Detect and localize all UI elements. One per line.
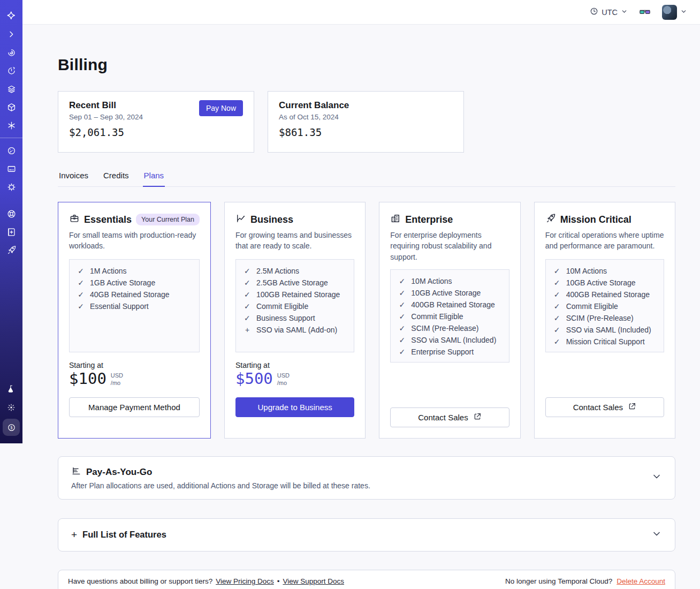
pay-now-button[interactable]: Pay Now <box>199 100 243 116</box>
plan-title: Business <box>250 214 293 225</box>
feature-text: SCIM (Pre-Release) <box>566 314 634 322</box>
feature-text: Enterprise Support <box>411 348 474 356</box>
price-block: Starting at $500 USD/mo <box>235 361 354 391</box>
feature-text: 2.5M Actions <box>256 267 299 275</box>
feature-text: Commit Eligible <box>411 312 463 321</box>
check-icon: ✓ <box>244 302 251 311</box>
price-amount: $100 <box>69 371 106 388</box>
current-plan-badge: Your Current Plan <box>136 214 200 225</box>
feature-text: 1GB Active Storage <box>90 278 155 287</box>
contact-sales-label: Contact Sales <box>573 403 623 412</box>
sidebar-divider <box>0 138 22 138</box>
check-icon: ✓ <box>244 278 251 287</box>
price-period: /mo <box>111 380 123 387</box>
expand-chevron-icon[interactable] <box>0 25 22 43</box>
price-currency: USD <box>111 372 123 380</box>
page-title: Billing <box>58 56 675 74</box>
cube-icon[interactable] <box>0 98 22 116</box>
billing-dollar-icon[interactable]: $ <box>3 419 20 436</box>
layers-icon[interactable] <box>0 80 22 98</box>
pricing-docs-link[interactable]: View Pricing Docs <box>216 577 274 585</box>
app-root: $ UTC Billing <box>0 0 700 589</box>
tab-invoices[interactable]: Invoices <box>58 168 89 187</box>
feature-text: Commit Eligible <box>566 302 618 311</box>
chevron-down-icon[interactable] <box>651 528 662 541</box>
plan-card-mission-critical: Mission Critical For critical operations… <box>534 202 675 439</box>
price-spacer <box>545 361 664 391</box>
plan-description: For growing teams and businesses that ar… <box>235 230 354 252</box>
rocket-icon[interactable] <box>0 241 22 259</box>
glasses-icon[interactable] <box>638 6 651 18</box>
check-icon: ✓ <box>553 278 561 287</box>
delete-account-link[interactable]: Delete Account <box>617 577 665 585</box>
gauge-icon[interactable] <box>0 141 22 160</box>
footer-separator: • <box>277 577 280 585</box>
external-link-icon <box>628 402 636 412</box>
check-icon: ✓ <box>553 337 561 346</box>
feature-item: ✓1M Actions <box>77 267 192 278</box>
current-balance-title: Current Balance <box>279 100 453 111</box>
feature-list: ✓1M Actions ✓1GB Active Storage ✓40GB Re… <box>69 259 200 352</box>
asterisk-icon[interactable] <box>0 116 22 134</box>
feature-item: +SSO via SAML (Add-on) <box>244 326 346 337</box>
timezone-selector[interactable]: UTC <box>590 7 628 17</box>
plans-grid: Essentials Your Current Plan For small t… <box>58 202 675 439</box>
feature-text: Essential Support <box>90 302 149 311</box>
timer-icon[interactable] <box>0 62 22 80</box>
tab-plans[interactable]: Plans <box>143 168 165 187</box>
support-docs-link[interactable]: View Support Docs <box>283 577 344 585</box>
sun-theme-icon[interactable] <box>0 398 22 417</box>
feature-item: ✓Mission Critical Support <box>553 337 656 349</box>
svg-text:$: $ <box>10 425 13 430</box>
manage-payment-button[interactable]: Manage Payment Method <box>69 397 200 417</box>
upgrade-button[interactable]: Upgrade to Business <box>235 397 354 417</box>
price-amount: $500 <box>235 371 273 388</box>
plus-icon: + <box>71 529 77 541</box>
feature-text: 100GB Retained Storage <box>256 290 340 299</box>
buildings-icon <box>390 213 401 226</box>
spiral-icon[interactable] <box>0 43 22 62</box>
briefcase-icon <box>69 213 80 226</box>
feature-item: ✓SSO via SAML (Included) <box>398 336 501 348</box>
feature-text: Mission Critical Support <box>566 337 645 346</box>
recent-bill-title: Recent Bill <box>69 100 143 111</box>
feature-item: ✓SCIM (Pre-Release) <box>553 314 656 326</box>
feature-text: 10GB Active Storage <box>411 289 481 297</box>
account-menu[interactable] <box>662 5 687 20</box>
life-ring-icon[interactable] <box>0 205 22 223</box>
feature-text: 1M Actions <box>90 267 126 275</box>
contact-sales-button[interactable]: Contact Sales <box>390 407 509 427</box>
flask-icon[interactable] <box>0 380 22 398</box>
credit-card-icon[interactable] <box>0 160 22 178</box>
feature-item: ✓Commit Eligible <box>398 312 501 324</box>
rocket-icon <box>545 213 556 226</box>
temporal-logo-icon[interactable] <box>0 7 22 25</box>
check-icon: ✓ <box>553 290 561 299</box>
feature-item: ✓2.5M Actions <box>244 267 346 278</box>
docs-book-icon[interactable] <box>0 223 22 241</box>
feature-text: Commit Eligible <box>256 302 308 311</box>
topbar: UTC <box>22 0 700 25</box>
gear-icon[interactable] <box>0 178 22 196</box>
feature-text: 400GB Retained Storage <box>566 290 650 299</box>
full-features-accordion[interactable]: + Full List of Features <box>58 518 675 552</box>
feature-item: ✓40GB Retained Storage <box>77 290 192 302</box>
line-chart-icon <box>235 213 246 226</box>
price-period: /mo <box>277 380 290 387</box>
feature-item: ✓2.5GB Active Storage <box>244 278 346 290</box>
feature-text: 40GB Retained Storage <box>90 290 170 299</box>
feature-item: ✓10M Actions <box>398 277 501 289</box>
tab-credits[interactable]: Credits <box>102 168 130 187</box>
recent-bill-amount: $2,061.35 <box>69 126 243 138</box>
feature-item: ✓400GB Retained Storage <box>553 290 656 302</box>
price-currency: USD <box>277 372 290 380</box>
feature-text: SSO via SAML (Add-on) <box>256 326 337 334</box>
payg-accordion[interactable]: Pay-As-You-Go After Plan allocations are… <box>58 456 675 500</box>
contact-sales-button[interactable]: Contact Sales <box>545 397 664 417</box>
check-icon: ✓ <box>77 278 85 287</box>
check-icon: ✓ <box>77 267 85 275</box>
plan-description: For enterprise deployments requiring rob… <box>390 230 509 262</box>
chevron-down-icon[interactable] <box>651 471 662 484</box>
price-spacer <box>390 371 509 401</box>
price-label: Starting at <box>235 361 354 369</box>
